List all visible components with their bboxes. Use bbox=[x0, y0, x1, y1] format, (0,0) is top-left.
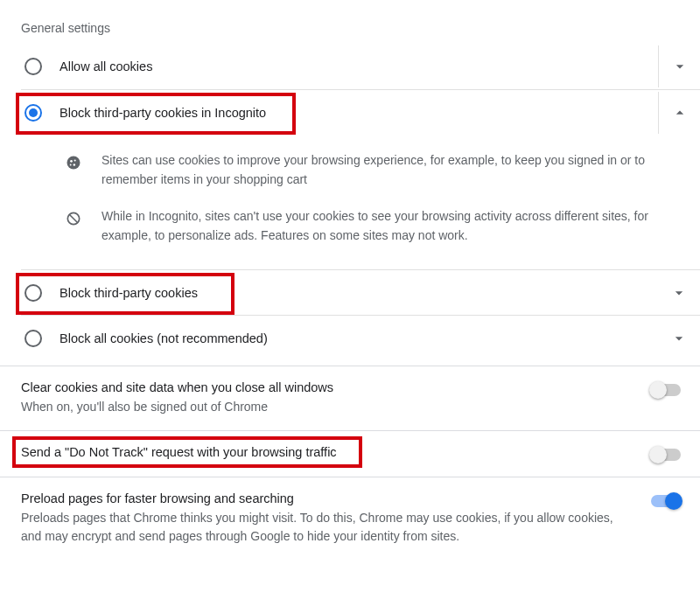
option-block-incognito[interactable]: Block third-party cookies in Incognito bbox=[21, 89, 700, 135]
option-label: Block all cookies (not recommended) bbox=[60, 319, 651, 358]
option-block-all-cookies[interactable]: Block all cookies (not recommended) bbox=[21, 315, 700, 360]
toggle-subtitle: Preloads pages that Chrome thinks you mi… bbox=[21, 509, 630, 546]
chevron-down-icon bbox=[671, 58, 689, 75]
chevron-up-icon bbox=[671, 104, 689, 122]
option-block-third-party[interactable]: Block third-party cookies bbox=[21, 269, 700, 315]
toggle-title: Send a "Do Not Track" request with your … bbox=[21, 445, 630, 463]
cookie-options-list: Allow all cookies Block third-party cook… bbox=[0, 44, 700, 360]
switch-control[interactable] bbox=[651, 491, 686, 507]
toggle-do-not-track[interactable]: Send a "Do Not Track" request with your … bbox=[0, 430, 700, 477]
svg-point-2 bbox=[74, 159, 76, 161]
svg-line-6 bbox=[69, 214, 78, 223]
option-label: Allow all cookies bbox=[60, 47, 651, 86]
option-label: Block third-party cookies in Incognito bbox=[60, 94, 651, 132]
radio-icon[interactable] bbox=[24, 58, 42, 75]
detail-item: Sites can use cookies to improve your br… bbox=[21, 142, 700, 198]
section-title: General settings bbox=[0, 0, 700, 44]
toggle-title: Preload pages for faster browsing and se… bbox=[21, 491, 630, 509]
option-allow-all-cookies[interactable]: Allow all cookies bbox=[21, 44, 700, 89]
expand-button[interactable] bbox=[658, 45, 700, 87]
switch-off-icon bbox=[651, 449, 681, 461]
collapse-button[interactable] bbox=[658, 92, 700, 134]
toggle-clear-on-close[interactable]: Clear cookies and site data when you clo… bbox=[0, 366, 700, 430]
option-label: Block third-party cookies bbox=[60, 274, 651, 312]
switch-control[interactable] bbox=[651, 380, 686, 396]
chevron-down-icon bbox=[670, 284, 688, 302]
settings-panel: General settings Allow all cookies Block… bbox=[0, 0, 700, 560]
svg-point-3 bbox=[74, 164, 76, 166]
radio-icon[interactable] bbox=[24, 284, 42, 302]
svg-point-1 bbox=[70, 160, 73, 163]
toggle-texts: Send a "Do Not Track" request with your … bbox=[21, 445, 651, 463]
radio-icon[interactable] bbox=[24, 330, 42, 347]
option-block-incognito-details: Sites can use cookies to improve your br… bbox=[21, 135, 700, 269]
detail-item: While in Incognito, sites can't use your… bbox=[21, 198, 700, 254]
block-icon bbox=[63, 206, 84, 245]
toggle-title: Clear cookies and site data when you clo… bbox=[21, 380, 630, 398]
chevron-down-icon bbox=[670, 330, 688, 347]
toggle-texts: Clear cookies and site data when you clo… bbox=[21, 380, 651, 416]
switch-off-icon bbox=[651, 384, 681, 396]
svg-point-4 bbox=[70, 164, 72, 166]
switch-on-icon bbox=[651, 495, 681, 507]
detail-text: Sites can use cookies to improve your br… bbox=[102, 150, 658, 189]
toggle-subtitle: When on, you'll also be signed out of Ch… bbox=[21, 398, 630, 416]
radio-icon[interactable] bbox=[24, 104, 42, 122]
expand-button[interactable] bbox=[658, 272, 700, 314]
expand-button[interactable] bbox=[658, 317, 700, 359]
switch-control[interactable] bbox=[651, 445, 686, 461]
detail-text: While in Incognito, sites can't use your… bbox=[102, 206, 658, 245]
toggle-texts: Preload pages for faster browsing and se… bbox=[21, 491, 651, 546]
cookie-icon bbox=[63, 150, 84, 189]
svg-point-0 bbox=[67, 157, 80, 170]
toggle-preload-pages[interactable]: Preload pages for faster browsing and se… bbox=[0, 477, 700, 560]
